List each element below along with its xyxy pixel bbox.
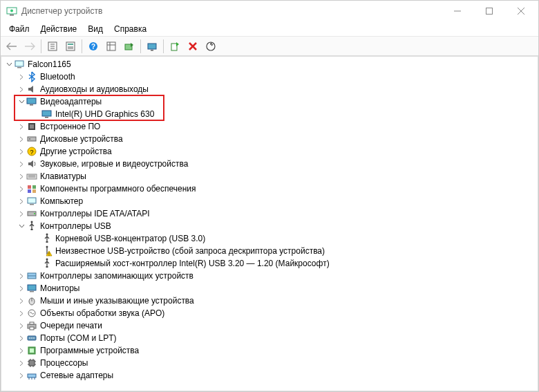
- scan-hardware-button[interactable]: [202, 38, 219, 55]
- tree-item-other[interactable]: ? Другие устройства: [1, 145, 538, 158]
- chevron-right-icon[interactable]: [17, 209, 26, 218]
- tree-label: Расширяемый хост-контроллер Intel(R) USB…: [55, 257, 330, 270]
- disable-button[interactable]: [185, 38, 201, 55]
- close-button[interactable]: [505, 1, 537, 21]
- svg-rect-31: [42, 111, 51, 116]
- uninstall-button[interactable]: [167, 38, 183, 55]
- chevron-down-icon[interactable]: [17, 97, 26, 106]
- chevron-right-icon[interactable]: [17, 122, 26, 131]
- svg-point-70: [31, 337, 32, 339]
- menu-help[interactable]: Справка: [108, 23, 152, 35]
- svg-rect-22: [151, 50, 153, 51]
- tree-item-mice[interactable]: Мыши и иные указывающие устройства: [1, 295, 538, 307]
- show-all-button[interactable]: [44, 38, 61, 55]
- help-button[interactable]: ?: [85, 38, 102, 55]
- chevron-down-icon[interactable]: [17, 221, 26, 231]
- tree-item-usb-child[interactable]: Корневой USB-концентратор (USB 3.0): [1, 232, 538, 245]
- chevron-right-icon[interactable]: [17, 147, 26, 156]
- monitor-icon: [26, 283, 37, 294]
- tree-item-firmware[interactable]: Встроенное ПО: [1, 120, 538, 133]
- tree-item-ide[interactable]: Контроллеры IDE ATA/ATAPI: [1, 207, 538, 220]
- back-button[interactable]: [3, 38, 20, 55]
- chevron-right-icon[interactable]: [17, 159, 26, 169]
- unknown-icon: ?: [26, 146, 37, 157]
- svg-rect-61: [30, 291, 34, 292]
- tree-item-disk[interactable]: Дисковые устройства: [1, 133, 538, 145]
- tree-label: Мониторы: [40, 282, 79, 295]
- tree-label: Bluetooth: [40, 71, 75, 83]
- menu-action[interactable]: Действие: [35, 23, 83, 35]
- mouse-icon: [26, 295, 37, 306]
- tree-label: Falcon1165: [28, 58, 71, 71]
- chevron-right-icon[interactable]: [17, 171, 26, 181]
- tree-label: Неизвестное USB-устройство (сбой запроса…: [55, 245, 325, 257]
- tree-item-cpu[interactable]: Процессоры: [1, 357, 538, 369]
- app-icon: [6, 6, 17, 17]
- tree-item-apo[interactable]: Объекты обработки звука (APO): [1, 307, 538, 319]
- chevron-right-icon[interactable]: [17, 271, 26, 281]
- svg-rect-46: [28, 198, 36, 203]
- chevron-right-icon[interactable]: [17, 184, 26, 194]
- tree-item-usb-child[interactable]: Расширяемый хост-контроллер Intel(R) USB…: [1, 257, 538, 270]
- chevron-right-icon[interactable]: [17, 358, 26, 368]
- tree-item-computer[interactable]: Компьютер: [1, 195, 538, 207]
- tree-item-printq[interactable]: Очереди печати: [1, 319, 538, 332]
- tree-item-memctrl[interactable]: Контроллеры запоминающих устройств: [1, 270, 538, 282]
- properties-button[interactable]: [62, 38, 79, 55]
- svg-rect-27: [15, 61, 23, 66]
- tree-item-swdev[interactable]: Программные устройства: [1, 344, 538, 357]
- chevron-right-icon[interactable]: [17, 333, 26, 343]
- tree-label: Контроллеры USB: [40, 220, 111, 232]
- minimize-button[interactable]: [442, 1, 473, 21]
- chevron-down-icon[interactable]: [4, 59, 14, 69]
- chevron-right-icon[interactable]: [17, 134, 26, 144]
- forward-button[interactable]: [21, 38, 38, 55]
- tree-root[interactable]: Falcon1165: [1, 58, 538, 71]
- tree-label: Корневой USB-концентратор (USB 3.0): [55, 232, 205, 245]
- display-adapter-icon: [26, 96, 37, 107]
- enable-device-button[interactable]: [144, 38, 160, 55]
- chevron-right-icon[interactable]: [17, 321, 26, 330]
- toolbar-separator: [140, 39, 141, 53]
- tree-item-sound[interactable]: Звуковые, игровые и видеоустройства: [1, 158, 538, 170]
- tree-item-ports[interactable]: Порты (COM и LPT): [1, 332, 538, 344]
- tree-label: Очереди печати: [40, 319, 102, 332]
- svg-rect-42: [28, 185, 31, 189]
- audio-icon: [26, 84, 37, 95]
- chevron-right-icon[interactable]: [17, 308, 26, 318]
- disk-icon: [26, 133, 37, 144]
- chevron-right-icon[interactable]: [17, 296, 26, 306]
- tree-label: Компьютер: [40, 195, 83, 207]
- chevron-right-icon[interactable]: [17, 283, 26, 293]
- svg-rect-28: [17, 67, 21, 68]
- tree-item-bluetooth[interactable]: Bluetooth: [1, 71, 538, 83]
- tree-item-net[interactable]: Сетевые адаптеры: [1, 369, 538, 382]
- chevron-right-icon[interactable]: [17, 84, 26, 94]
- usb-icon: [26, 221, 37, 232]
- tree-label: Мыши и иные указывающие устройства: [40, 295, 194, 307]
- tree-label: Программные устройства: [40, 344, 139, 357]
- scan-button[interactable]: [103, 38, 120, 55]
- chevron-right-icon[interactable]: [17, 371, 26, 380]
- chevron-right-icon[interactable]: [17, 196, 26, 206]
- tree-item-usb[interactable]: Контроллеры USB: [1, 220, 538, 232]
- svg-rect-4: [486, 8, 493, 15]
- svg-point-52: [46, 234, 48, 236]
- menu-view[interactable]: Вид: [82, 23, 108, 35]
- tree-item-monitors[interactable]: Мониторы: [1, 282, 538, 295]
- update-driver-button[interactable]: [121, 38, 138, 55]
- tree-item-video-child[interactable]: Intel(R) UHD Graphics 630: [1, 108, 538, 120]
- usb-icon: [41, 233, 53, 244]
- menu-file[interactable]: Файл: [3, 23, 35, 35]
- maximize-button[interactable]: [473, 1, 505, 21]
- tree-item-audio[interactable]: Аудиовходы и аудиовыходы: [1, 83, 538, 95]
- svg-rect-23: [171, 44, 177, 50]
- tree-item-software[interactable]: Компоненты программного обеспечения: [1, 183, 538, 195]
- tree-item-video[interactable]: Видеоадаптеры: [1, 95, 538, 108]
- svg-rect-12: [68, 44, 73, 45]
- usb-icon: [41, 258, 53, 269]
- tree-item-keyboard[interactable]: Клавиатуры: [1, 170, 538, 183]
- tree-item-usb-child-warning[interactable]: ! Неизвестное USB-устройство (сбой запро…: [1, 245, 538, 257]
- chevron-right-icon[interactable]: [17, 346, 26, 355]
- chevron-right-icon[interactable]: [17, 72, 26, 82]
